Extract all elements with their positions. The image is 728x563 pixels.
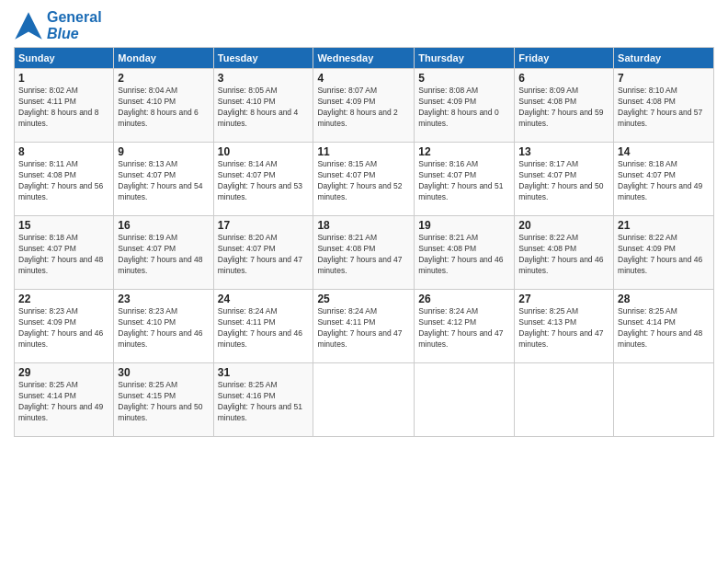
day-number: 24 bbox=[218, 293, 310, 305]
day-info: Sunrise: 8:24 AM Sunset: 4:11 PM Dayligh… bbox=[218, 306, 310, 350]
calendar-week-row: 8 Sunrise: 8:11 AM Sunset: 4:08 PM Dayli… bbox=[15, 143, 714, 216]
day-number: 28 bbox=[618, 293, 710, 305]
calendar-cell: 22 Sunrise: 8:23 AM Sunset: 4:09 PM Dayl… bbox=[15, 290, 114, 363]
day-number: 20 bbox=[518, 219, 609, 232]
day-number: 21 bbox=[618, 219, 710, 232]
calendar-header-row: SundayMondayTuesdayWednesdayThursdayFrid… bbox=[15, 48, 714, 69]
calendar-cell: 20 Sunrise: 8:22 AM Sunset: 4:08 PM Dayl… bbox=[515, 216, 614, 290]
day-number: 9 bbox=[118, 145, 209, 158]
calendar-cell: 5 Sunrise: 8:08 AM Sunset: 4:09 PM Dayli… bbox=[415, 69, 515, 143]
day-number: 27 bbox=[518, 293, 609, 305]
logo-icon bbox=[14, 11, 43, 40]
calendar-cell: 31 Sunrise: 8:25 AM Sunset: 4:16 PM Dayl… bbox=[213, 363, 313, 437]
day-info: Sunrise: 8:08 AM Sunset: 4:09 PM Dayligh… bbox=[418, 86, 510, 130]
calendar-cell: 30 Sunrise: 8:25 AM Sunset: 4:15 PM Dayl… bbox=[114, 363, 213, 437]
calendar-cell: 19 Sunrise: 8:21 AM Sunset: 4:08 PM Dayl… bbox=[415, 216, 515, 290]
day-info: Sunrise: 8:18 AM Sunset: 4:07 PM Dayligh… bbox=[618, 159, 710, 203]
calendar-cell bbox=[313, 363, 415, 437]
day-number: 15 bbox=[18, 219, 109, 232]
calendar-cell: 18 Sunrise: 8:21 AM Sunset: 4:08 PM Dayl… bbox=[313, 216, 415, 290]
day-info: Sunrise: 8:07 AM Sunset: 4:09 PM Dayligh… bbox=[317, 86, 410, 130]
day-number: 1 bbox=[18, 72, 109, 85]
day-number: 8 bbox=[18, 145, 109, 158]
day-info: Sunrise: 8:10 AM Sunset: 4:08 PM Dayligh… bbox=[618, 86, 710, 130]
calendar-cell: 27 Sunrise: 8:25 AM Sunset: 4:13 PM Dayl… bbox=[515, 290, 614, 363]
calendar-week-row: 22 Sunrise: 8:23 AM Sunset: 4:09 PM Dayl… bbox=[15, 290, 714, 363]
day-info: Sunrise: 8:15 AM Sunset: 4:07 PM Dayligh… bbox=[317, 159, 410, 203]
calendar-cell: 16 Sunrise: 8:19 AM Sunset: 4:07 PM Dayl… bbox=[114, 216, 213, 290]
calendar-week-row: 1 Sunrise: 8:02 AM Sunset: 4:11 PM Dayli… bbox=[15, 69, 714, 143]
day-info: Sunrise: 8:25 AM Sunset: 4:16 PM Dayligh… bbox=[218, 380, 310, 424]
calendar-cell: 17 Sunrise: 8:20 AM Sunset: 4:07 PM Dayl… bbox=[213, 216, 313, 290]
calendar-cell: 8 Sunrise: 8:11 AM Sunset: 4:08 PM Dayli… bbox=[15, 143, 114, 216]
day-number: 12 bbox=[418, 145, 510, 158]
calendar-cell: 1 Sunrise: 8:02 AM Sunset: 4:11 PM Dayli… bbox=[15, 69, 114, 143]
day-number: 6 bbox=[518, 72, 609, 85]
calendar-cell: 23 Sunrise: 8:23 AM Sunset: 4:10 PM Dayl… bbox=[114, 290, 213, 363]
day-info: Sunrise: 8:19 AM Sunset: 4:07 PM Dayligh… bbox=[118, 233, 209, 277]
day-info: Sunrise: 8:16 AM Sunset: 4:07 PM Dayligh… bbox=[418, 159, 510, 203]
day-number: 26 bbox=[418, 293, 510, 305]
column-header-monday: Monday bbox=[114, 48, 213, 69]
day-info: Sunrise: 8:20 AM Sunset: 4:07 PM Dayligh… bbox=[218, 233, 310, 277]
day-number: 4 bbox=[317, 72, 410, 85]
day-info: Sunrise: 8:23 AM Sunset: 4:10 PM Dayligh… bbox=[118, 306, 209, 350]
day-number: 17 bbox=[218, 219, 310, 232]
calendar-cell: 26 Sunrise: 8:24 AM Sunset: 4:12 PM Dayl… bbox=[415, 290, 515, 363]
day-info: Sunrise: 8:13 AM Sunset: 4:07 PM Dayligh… bbox=[118, 159, 209, 203]
calendar-cell: 2 Sunrise: 8:04 AM Sunset: 4:10 PM Dayli… bbox=[114, 69, 213, 143]
calendar-cell: 4 Sunrise: 8:07 AM Sunset: 4:09 PM Dayli… bbox=[313, 69, 415, 143]
day-number: 19 bbox=[418, 219, 510, 232]
day-info: Sunrise: 8:02 AM Sunset: 4:11 PM Dayligh… bbox=[18, 86, 109, 130]
day-number: 7 bbox=[618, 72, 710, 85]
column-header-wednesday: Wednesday bbox=[313, 48, 415, 69]
column-header-thursday: Thursday bbox=[415, 48, 515, 69]
calendar-cell: 29 Sunrise: 8:25 AM Sunset: 4:14 PM Dayl… bbox=[15, 363, 114, 437]
day-info: Sunrise: 8:25 AM Sunset: 4:14 PM Dayligh… bbox=[18, 380, 109, 424]
calendar-week-row: 15 Sunrise: 8:18 AM Sunset: 4:07 PM Dayl… bbox=[15, 216, 714, 290]
day-info: Sunrise: 8:18 AM Sunset: 4:07 PM Dayligh… bbox=[18, 233, 109, 277]
day-info: Sunrise: 8:25 AM Sunset: 4:15 PM Dayligh… bbox=[118, 380, 209, 424]
calendar-cell bbox=[415, 363, 515, 437]
column-header-saturday: Saturday bbox=[614, 48, 714, 69]
day-number: 30 bbox=[118, 366, 209, 379]
calendar-cell: 12 Sunrise: 8:16 AM Sunset: 4:07 PM Dayl… bbox=[415, 143, 515, 216]
calendar-cell: 15 Sunrise: 8:18 AM Sunset: 4:07 PM Dayl… bbox=[15, 216, 114, 290]
calendar-cell: 13 Sunrise: 8:17 AM Sunset: 4:07 PM Dayl… bbox=[515, 143, 614, 216]
header: General Blue bbox=[14, 9, 714, 41]
calendar-week-row: 29 Sunrise: 8:25 AM Sunset: 4:14 PM Dayl… bbox=[15, 363, 714, 437]
day-info: Sunrise: 8:14 AM Sunset: 4:07 PM Dayligh… bbox=[218, 159, 310, 203]
day-info: Sunrise: 8:24 AM Sunset: 4:11 PM Dayligh… bbox=[317, 306, 410, 350]
calendar-cell: 7 Sunrise: 8:10 AM Sunset: 4:08 PM Dayli… bbox=[614, 69, 714, 143]
day-info: Sunrise: 8:05 AM Sunset: 4:10 PM Dayligh… bbox=[218, 86, 310, 130]
day-number: 29 bbox=[18, 366, 109, 379]
column-header-sunday: Sunday bbox=[15, 48, 114, 69]
column-header-friday: Friday bbox=[515, 48, 614, 69]
day-info: Sunrise: 8:22 AM Sunset: 4:09 PM Dayligh… bbox=[618, 233, 710, 277]
day-info: Sunrise: 8:24 AM Sunset: 4:12 PM Dayligh… bbox=[418, 306, 510, 350]
day-info: Sunrise: 8:25 AM Sunset: 4:14 PM Dayligh… bbox=[618, 306, 710, 350]
day-info: Sunrise: 8:11 AM Sunset: 4:08 PM Dayligh… bbox=[18, 159, 109, 203]
day-number: 10 bbox=[218, 145, 310, 158]
day-number: 25 bbox=[317, 293, 410, 305]
calendar-cell: 25 Sunrise: 8:24 AM Sunset: 4:11 PM Dayl… bbox=[313, 290, 415, 363]
calendar-cell: 9 Sunrise: 8:13 AM Sunset: 4:07 PM Dayli… bbox=[114, 143, 213, 216]
calendar-cell: 3 Sunrise: 8:05 AM Sunset: 4:10 PM Dayli… bbox=[213, 69, 313, 143]
logo-text-general: General bbox=[47, 9, 102, 26]
calendar-cell: 6 Sunrise: 8:09 AM Sunset: 4:08 PM Dayli… bbox=[515, 69, 614, 143]
day-number: 13 bbox=[518, 145, 609, 158]
calendar-cell: 24 Sunrise: 8:24 AM Sunset: 4:11 PM Dayl… bbox=[213, 290, 313, 363]
day-number: 11 bbox=[317, 145, 410, 158]
calendar-cell: 10 Sunrise: 8:14 AM Sunset: 4:07 PM Dayl… bbox=[213, 143, 313, 216]
calendar-cell bbox=[614, 363, 714, 437]
calendar-cell: 21 Sunrise: 8:22 AM Sunset: 4:09 PM Dayl… bbox=[614, 216, 714, 290]
calendar-cell: 11 Sunrise: 8:15 AM Sunset: 4:07 PM Dayl… bbox=[313, 143, 415, 216]
calendar: SundayMondayTuesdayWednesdayThursdayFrid… bbox=[14, 47, 714, 437]
calendar-cell: 28 Sunrise: 8:25 AM Sunset: 4:14 PM Dayl… bbox=[614, 290, 714, 363]
day-info: Sunrise: 8:25 AM Sunset: 4:13 PM Dayligh… bbox=[518, 306, 609, 350]
svg-marker-0 bbox=[15, 12, 41, 39]
logo: General Blue bbox=[14, 9, 102, 41]
day-info: Sunrise: 8:09 AM Sunset: 4:08 PM Dayligh… bbox=[518, 86, 609, 130]
page: General Blue SundayMondayTuesdayWednesda… bbox=[0, 0, 728, 563]
day-info: Sunrise: 8:22 AM Sunset: 4:08 PM Dayligh… bbox=[518, 233, 609, 277]
